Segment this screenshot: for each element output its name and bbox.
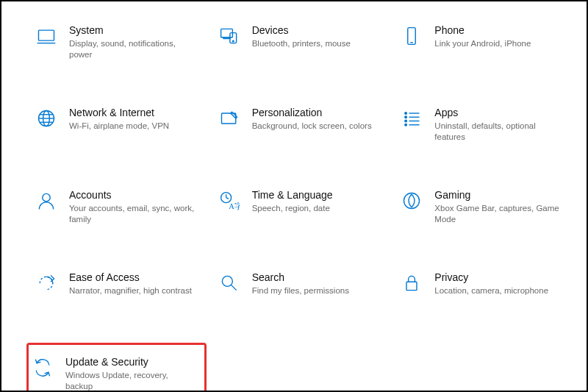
tile-text: Apps Uninstall, defaults, optional featu… (434, 106, 567, 143)
search-icon (218, 272, 240, 294)
tile-desc: Location, camera, microphone (434, 285, 560, 296)
svg-point-27 (404, 193, 420, 209)
tile-gaming[interactable]: Gaming Xbox Game Bar, captures, Game Mod… (396, 182, 572, 231)
tile-title: System (69, 24, 195, 37)
tile-apps[interactable]: Apps Uninstall, defaults, optional featu… (396, 100, 572, 149)
svg-line-29 (231, 285, 236, 291)
tile-title: Time & Language (252, 188, 378, 202)
tile-search[interactable]: Search Find my files, permissions (214, 265, 390, 309)
svg-rect-30 (406, 282, 417, 290)
tile-privacy[interactable]: Privacy Location, camera, microphone (396, 265, 572, 309)
tile-text: Privacy Location, camera, microphone (434, 271, 567, 296)
svg-rect-3 (223, 38, 230, 39)
personalization-icon (218, 107, 240, 129)
tile-title: Phone (434, 24, 560, 37)
tile-desc: Background, lock screen, colors (252, 121, 378, 132)
svg-rect-0 (39, 30, 54, 40)
svg-point-16 (405, 116, 407, 118)
svg-rect-13 (221, 113, 235, 124)
tile-text: Update & Security Windows Update, recove… (65, 355, 201, 392)
tile-text: Ease of Access Narrator, magnifier, high… (69, 271, 202, 296)
tile-text: Gaming Xbox Game Bar, captures, Game Mod… (434, 188, 567, 225)
tile-desc: Find my files, permissions (252, 285, 378, 296)
tile-desc: Your accounts, email, sync, work, family (69, 203, 195, 225)
svg-point-20 (405, 124, 407, 126)
svg-line-25 (226, 198, 229, 199)
tile-text: Personalization Background, lock screen,… (252, 106, 385, 132)
svg-point-22 (43, 193, 51, 202)
svg-rect-6 (408, 28, 416, 45)
gaming-icon (401, 190, 423, 212)
tile-text: Devices Bluetooth, printers, mouse (252, 24, 385, 49)
tile-text: Time & Language Speech, region, date (252, 188, 385, 214)
tile-title: Devices (252, 24, 378, 37)
settings-grid: System Display, sound, notifications, po… (31, 18, 572, 392)
tile-accounts[interactable]: Accounts Your accounts, email, sync, wor… (31, 182, 207, 231)
lock-icon (401, 272, 423, 294)
tile-desc: Display, sound, notifications, power (69, 38, 195, 60)
tile-desc: Xbox Game Bar, captures, Game Mode (434, 203, 560, 225)
tile-desc: Narrator, magnifier, high contrast (69, 285, 195, 296)
tile-text: Phone Link your Android, iPhone (434, 24, 567, 49)
apps-icon (401, 107, 423, 129)
devices-icon (218, 25, 240, 47)
svg-point-5 (232, 40, 234, 42)
tile-title: Personalization (252, 106, 378, 119)
tile-text: System Display, sound, notifications, po… (69, 24, 202, 60)
tile-desc: Uninstall, defaults, optional features (434, 121, 560, 143)
tile-title: Accounts (69, 188, 195, 202)
svg-point-18 (405, 120, 407, 122)
tile-desc: Speech, region, date (252, 203, 378, 214)
tile-desc: Bluetooth, printers, mouse (252, 38, 378, 49)
ease-of-access-icon (35, 272, 57, 294)
tile-text: Network & Internet Wi-Fi, airplane mode,… (69, 106, 202, 132)
tile-personalization[interactable]: Personalization Background, lock screen,… (214, 100, 390, 149)
tile-phone[interactable]: Phone Link your Android, iPhone (396, 18, 572, 66)
tile-ease-of-access[interactable]: Ease of Access Narrator, magnifier, high… (31, 265, 207, 309)
svg-point-14 (405, 113, 407, 115)
svg-text:A字: A字 (229, 202, 240, 210)
tile-title: Update & Security (65, 355, 194, 368)
tile-network[interactable]: Network & Internet Wi-Fi, airplane mode,… (31, 100, 207, 149)
tile-title: Network & Internet (69, 106, 195, 119)
tile-devices[interactable]: Devices Bluetooth, printers, mouse (214, 18, 390, 66)
tile-system[interactable]: System Display, sound, notifications, po… (31, 18, 207, 66)
tile-title: Search (252, 271, 378, 284)
time-language-icon: A字 (218, 190, 240, 212)
tile-desc: Wi-Fi, airplane mode, VPN (69, 121, 195, 132)
tile-title: Ease of Access (69, 271, 195, 284)
accounts-icon (35, 190, 57, 212)
system-icon (35, 25, 57, 47)
tile-desc: Windows Update, recovery, backup (65, 370, 194, 392)
tile-text: Search Find my files, permissions (252, 271, 385, 296)
tile-time-language[interactable]: A字 Time & Language Speech, region, date (214, 182, 390, 231)
update-icon (32, 357, 54, 379)
tile-desc: Link your Android, iPhone (434, 38, 560, 49)
globe-icon (35, 107, 57, 129)
phone-icon (401, 25, 423, 47)
tile-title: Gaming (434, 188, 560, 202)
tile-title: Apps (434, 106, 560, 119)
tile-text: Accounts Your accounts, email, sync, wor… (69, 188, 202, 225)
tile-update-security[interactable]: Update & Security Windows Update, recove… (26, 343, 207, 392)
svg-point-28 (222, 276, 232, 286)
tile-title: Privacy (434, 271, 560, 284)
